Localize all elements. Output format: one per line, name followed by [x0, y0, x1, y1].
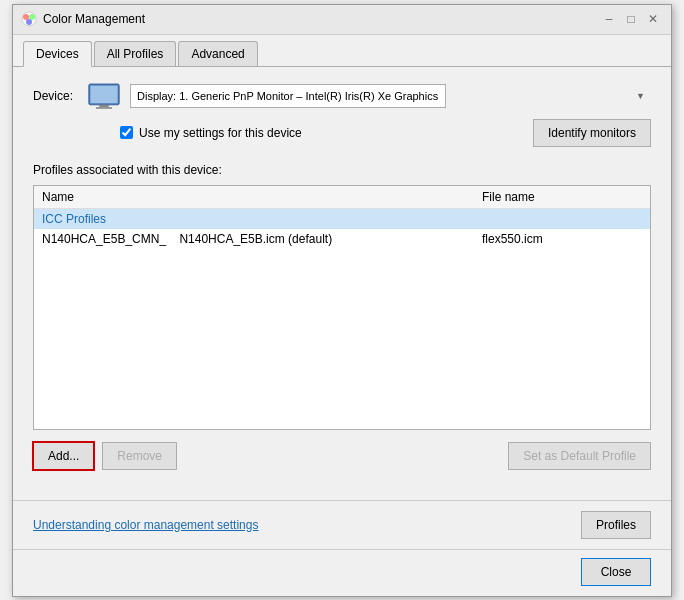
svg-rect-6	[99, 104, 109, 106]
understanding-link[interactable]: Understanding color management settings	[33, 518, 258, 532]
close-title-button[interactable]: ✕	[643, 9, 663, 29]
profiles-label: Profiles associated with this device:	[33, 163, 651, 177]
row-profile-name: N140HCA_E5B_CMN_ N140HCA_E5B.icm (defaul…	[42, 232, 482, 246]
svg-point-1	[23, 14, 29, 20]
close-area: Close	[13, 549, 671, 596]
checkbox-label: Use my settings for this device	[139, 126, 302, 140]
device-select-wrapper: Display: 1. Generic PnP Monitor – Intel(…	[130, 84, 651, 108]
add-button[interactable]: Add...	[33, 442, 94, 470]
content-area: Device: Display: 1. Generic PnP Monitor …	[13, 67, 671, 500]
minimize-button[interactable]: –	[599, 9, 619, 29]
device-row: Device: Display: 1. Generic PnP Monitor …	[33, 83, 651, 109]
table-body: ICC Profiles N140HCA_E5B_CMN_ N140HCA_E5…	[34, 209, 650, 429]
svg-rect-7	[96, 107, 112, 109]
col-filename-header: File name	[482, 190, 642, 204]
table-header: Name File name	[34, 186, 650, 209]
maximize-button[interactable]: □	[621, 9, 641, 29]
tab-bar: Devices All Profiles Advanced	[13, 35, 671, 67]
tab-advanced[interactable]: Advanced	[178, 41, 257, 66]
device-select[interactable]: Display: 1. Generic PnP Monitor – Intel(…	[130, 84, 446, 108]
footer: Understanding color management settings …	[13, 500, 671, 549]
title-bar: Color Management – □ ✕	[13, 5, 671, 35]
table-row[interactable]: N140HCA_E5B_CMN_ N140HCA_E5B.icm (defaul…	[34, 229, 650, 249]
color-management-window: Color Management – □ ✕ Devices All Profi…	[12, 4, 672, 597]
svg-point-2	[29, 14, 35, 20]
row-category-filename	[482, 212, 642, 226]
remove-button[interactable]: Remove	[102, 442, 177, 470]
row-category-name: ICC Profiles	[42, 212, 482, 226]
row-profile-filename: flex550.icm	[482, 232, 642, 246]
tab-devices[interactable]: Devices	[23, 41, 92, 67]
col-name-header: Name	[42, 190, 482, 204]
title-bar-left: Color Management	[21, 11, 145, 27]
window-title: Color Management	[43, 12, 145, 26]
color-management-icon	[21, 11, 37, 27]
use-settings-checkbox[interactable]	[120, 126, 133, 139]
profiles-button[interactable]: Profiles	[581, 511, 651, 539]
device-label: Device:	[33, 89, 78, 103]
action-buttons-row: Add... Remove Set as Default Profile	[33, 442, 651, 470]
set-default-button[interactable]: Set as Default Profile	[508, 442, 651, 470]
tab-all-profiles[interactable]: All Profiles	[94, 41, 177, 66]
window-controls: – □ ✕	[599, 9, 663, 29]
checkbox-row: Use my settings for this device	[120, 126, 533, 140]
table-row[interactable]: ICC Profiles	[34, 209, 650, 229]
svg-rect-5	[90, 85, 117, 103]
identify-monitors-button[interactable]: Identify monitors	[533, 119, 651, 147]
svg-point-3	[26, 19, 32, 25]
profiles-table: Name File name ICC Profiles N140HCA_E5B_…	[33, 185, 651, 430]
monitor-icon	[88, 83, 120, 109]
close-button[interactable]: Close	[581, 558, 651, 586]
